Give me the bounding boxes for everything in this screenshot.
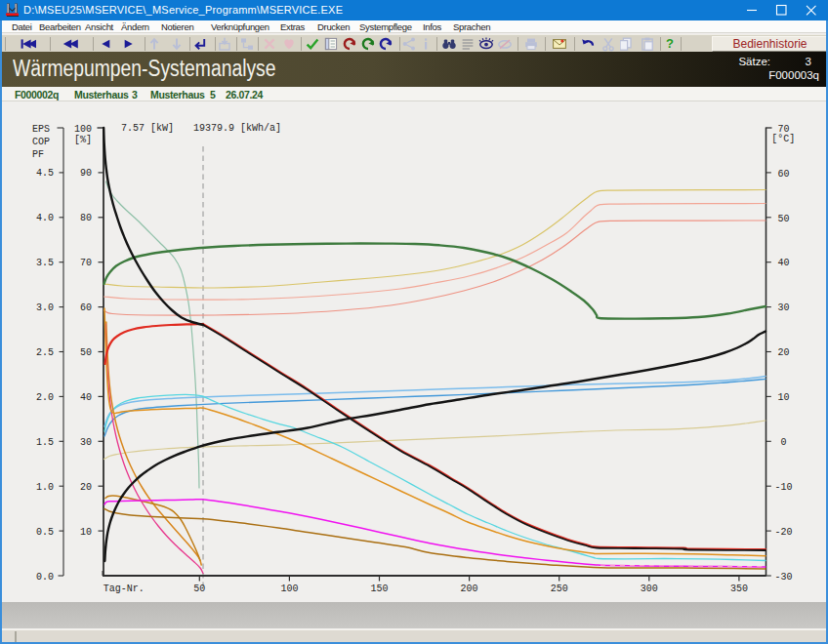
- svg-text:150: 150: [370, 584, 388, 594]
- svg-text:4.5: 4.5: [36, 168, 54, 179]
- svg-text:50: 50: [777, 214, 789, 224]
- svg-text:50: 50: [80, 347, 92, 358]
- svg-text:20: 20: [80, 482, 92, 493]
- svg-text:40: 40: [777, 258, 789, 268]
- svg-text:0.5: 0.5: [36, 527, 54, 538]
- svg-text:0: 0: [780, 437, 786, 448]
- svg-text:90: 90: [80, 168, 92, 179]
- svg-text:7.57 [kW]: 7.57 [kW]: [121, 123, 174, 134]
- svg-text:19379.9 [kWh/a]: 19379.9 [kWh/a]: [193, 123, 281, 134]
- svg-text:[%]: [%]: [74, 135, 92, 145]
- svg-text:100: 100: [74, 124, 92, 135]
- svg-text:EPS: EPS: [32, 124, 50, 135]
- svg-text:250: 250: [551, 584, 568, 594]
- svg-text:60: 60: [777, 169, 789, 180]
- svg-text:Tag-Nr.: Tag-Nr.: [104, 584, 145, 594]
- svg-text:300: 300: [641, 584, 658, 594]
- svg-text:4.0: 4.0: [36, 213, 54, 223]
- svg-text:10: 10: [80, 527, 92, 538]
- svg-text:-10: -10: [774, 482, 792, 493]
- svg-text:80: 80: [80, 213, 92, 223]
- svg-text:350: 350: [730, 584, 748, 594]
- svg-text:PF: PF: [32, 149, 44, 160]
- svg-text:10: 10: [777, 392, 789, 403]
- svg-text:-20: -20: [774, 527, 792, 538]
- svg-text:30: 30: [777, 302, 789, 313]
- svg-text:2.0: 2.0: [36, 392, 54, 403]
- svg-text:60: 60: [80, 302, 92, 313]
- svg-text:50: 50: [193, 584, 205, 594]
- svg-text:1.5: 1.5: [36, 437, 54, 448]
- svg-text:200: 200: [461, 584, 478, 594]
- svg-text:1.0: 1.0: [36, 482, 54, 493]
- svg-text:2.5: 2.5: [36, 347, 54, 358]
- svg-text:100: 100: [280, 584, 298, 594]
- svg-text:3.0: 3.0: [36, 302, 54, 313]
- svg-text:70: 70: [80, 258, 92, 268]
- svg-text:40: 40: [80, 392, 92, 403]
- svg-text:0.0: 0.0: [36, 572, 54, 583]
- svg-text:30: 30: [80, 437, 92, 448]
- svg-text:COP: COP: [32, 137, 50, 147]
- svg-text:20: 20: [777, 347, 789, 358]
- svg-text:-30: -30: [774, 572, 792, 583]
- svg-text:[°C]: [°C]: [771, 134, 795, 144]
- svg-text:3.5: 3.5: [36, 258, 54, 268]
